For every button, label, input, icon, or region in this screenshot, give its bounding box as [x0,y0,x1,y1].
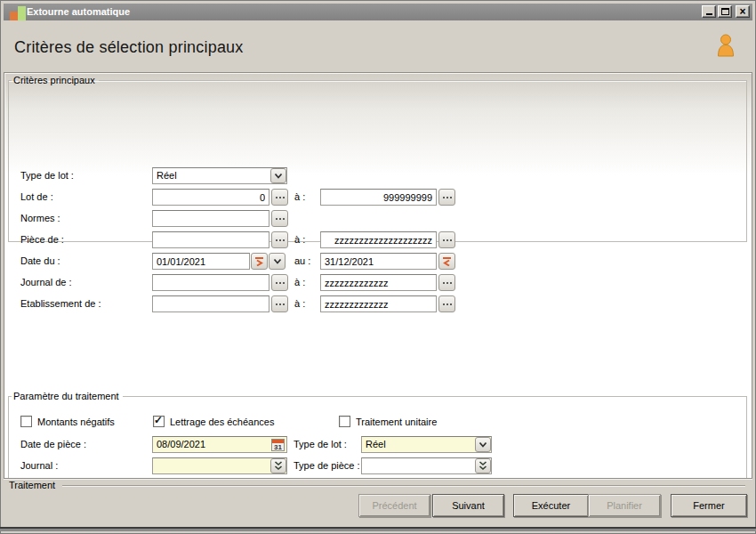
date-de-piece-label: Date de pièce : [20,439,86,449]
fermer-button[interactable]: Fermer [671,494,747,517]
piece-de-to-input[interactable] [320,231,437,248]
montants-negatifs-label: Montants négatifs [37,417,115,427]
arrow-left-icon [442,256,452,266]
date-de-piece-value: 08/09/2021 [157,439,205,449]
type-de-piece-double-chevron-icon[interactable] [475,458,491,473]
piece-de-sep-label: à : [294,234,305,245]
lot-de-from-input[interactable] [152,189,269,206]
close-icon: × [739,6,745,17]
etablissement-de-from-input[interactable] [152,295,269,312]
journal2-label: Journal : [20,460,58,471]
etablissement-de-label: Etablissement de : [20,298,101,309]
ellipsis-icon [276,197,277,198]
content-panel: Critères principaux Type de lot : Réel L… [4,72,752,478]
type-de-lot2-value: Réel [366,439,386,449]
date-du-prev-button[interactable] [438,253,455,270]
precedent-button[interactable]: Précédent [358,494,430,517]
ellipsis-icon [443,197,445,198]
journal2-select[interactable] [152,457,287,474]
type-de-lot2-select[interactable]: Réel [361,436,492,453]
group-traitement-label: Traitement [9,480,55,490]
suivant-button[interactable]: Suivant [432,494,504,517]
planifier-button[interactable]: Planifier [588,494,661,517]
arrow-right-icon [254,256,264,266]
ellipsis-icon [276,282,277,284]
maximize-button[interactable] [718,5,732,18]
etablissement-de-to-input[interactable] [320,295,437,312]
journal-de-from-lookup-button[interactable] [271,274,288,291]
normes-label: Normes : [20,213,60,223]
type-de-piece-select[interactable] [361,457,492,474]
maximize-icon [721,8,729,15]
type-de-lot-label: Type de lot : [20,170,74,181]
journal-de-to-input[interactable] [320,274,437,291]
window-title: Extourne automatique [27,6,130,17]
ellipsis-icon [276,218,277,220]
lot-de-sep-label: à : [294,191,305,202]
type-de-lot2-label: Type de lot : [294,439,347,449]
group-criteres-principaux-label: Critères principaux [12,75,99,85]
group-criteres-principaux: Critères principaux [8,75,747,242]
group-traitement-line [62,485,745,487]
piece-de-to-lookup-button[interactable] [438,231,455,248]
person-icon[interactable] [715,33,736,58]
etablissement-de-to-lookup-button[interactable] [438,295,455,312]
minimize-icon [706,13,712,15]
normes-lookup-button[interactable] [271,210,288,227]
journal2-double-chevron-icon[interactable] [270,458,286,473]
piece-de-from-input[interactable] [152,231,269,248]
lettrage-echeances-label: Lettrage des échéances [170,417,274,427]
date-du-sep-label: au : [294,255,310,266]
bottom-bar: Traitement Précédent Suivant Exécuter Pl… [4,478,752,527]
chevron-down-icon [273,258,282,265]
titlebar: Extourne automatique × [4,4,752,20]
type-de-lot-dropdown-icon[interactable] [270,168,286,183]
type-de-lot-select[interactable]: Réel [152,167,287,184]
piece-de-label: Pièce de : [20,234,64,245]
date-du-from-input[interactable] [152,253,250,270]
date-du-dropdown-button[interactable] [269,253,286,270]
executer-button[interactable]: Exécuter [513,494,589,517]
date-de-piece-input[interactable]: 08/09/2021 31 [152,436,287,453]
ellipsis-icon [276,239,277,241]
page-title: Critères de sélection principaux [14,38,244,57]
checkmark: ✓ [154,414,163,426]
lot-de-to-input[interactable] [320,189,437,206]
journal-de-from-input[interactable] [152,274,269,291]
date-du-label: Date du : [20,255,60,266]
normes-input[interactable] [152,210,269,227]
journal-de-sep-label: à : [294,277,305,287]
ellipsis-icon [443,282,445,284]
lot-de-to-lookup-button[interactable] [438,189,455,206]
close-button[interactable]: × [736,5,750,18]
date-du-next-button[interactable] [251,253,268,270]
journal-de-label: Journal de : [20,277,71,287]
date-du-to-input[interactable] [320,253,437,270]
etablissement-de-from-lookup-button[interactable] [271,295,288,312]
lot-de-from-lookup-button[interactable] [271,189,288,206]
window-bottom-edge [0,527,756,531]
traitement-unitaire-label: Traitement unitaire [356,417,437,427]
type-de-lot2-dropdown-icon[interactable] [475,437,491,452]
lot-de-label: Lot de : [20,191,53,202]
type-de-lot-value: Réel [157,170,177,181]
traitement-unitaire-checkbox[interactable] [339,416,350,427]
calendar-icon[interactable]: 31 [271,439,285,451]
journal-de-to-lookup-button[interactable] [438,274,455,291]
type-de-piece-label: Type de pièce : [294,460,360,471]
ellipsis-icon [443,239,445,241]
minimize-button[interactable] [702,5,716,18]
header: Critères de sélection principaux [4,20,752,72]
montants-negatifs-checkbox[interactable] [20,416,32,427]
group-parametre-traitement-label: Paramètre du traitement [12,391,123,401]
calendar-icon-day: 31 [272,443,284,451]
lettrage-echeances-checkbox[interactable]: ✓ [153,416,165,427]
etablissement-de-sep-label: à : [294,298,305,309]
ellipsis-icon [443,303,445,305]
ellipsis-icon [276,303,277,305]
piece-de-from-lookup-button[interactable] [271,231,288,248]
